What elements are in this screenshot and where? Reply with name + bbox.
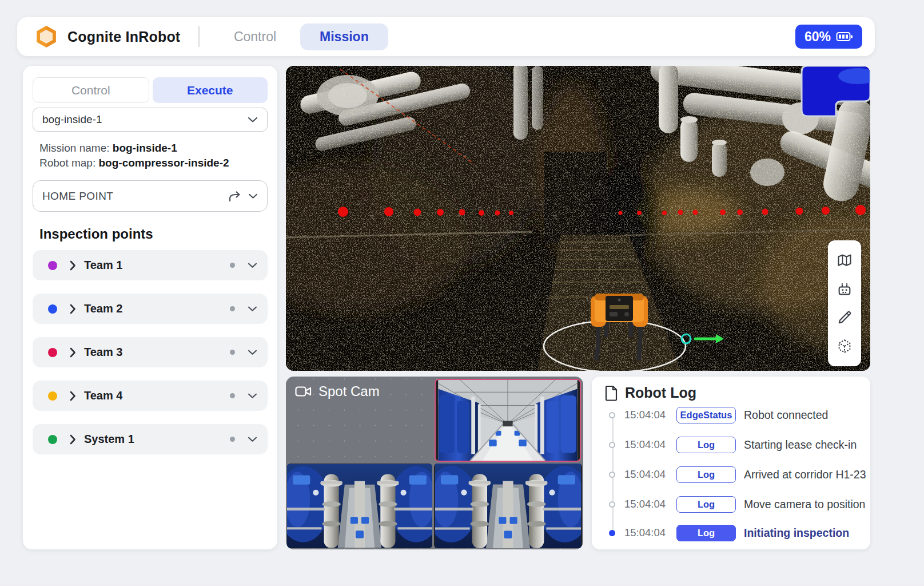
- chevron-right-icon[interactable]: [69, 391, 76, 401]
- log-time: 15:04:04: [624, 498, 666, 510]
- log-time: 15:04:04: [624, 526, 666, 539]
- cognite-logo-icon: [34, 25, 58, 49]
- mission-sidebar: Control Execute bog-inside-1 Mission nam…: [23, 66, 277, 549]
- status-dot: [230, 263, 235, 268]
- timeline-node: [609, 472, 615, 478]
- chevron-right-icon[interactable]: [69, 434, 76, 445]
- log-message-active: Initiating inspection: [744, 526, 849, 540]
- app-title: Cognite InRobot: [67, 29, 180, 45]
- chevron-right-icon[interactable]: [69, 260, 76, 271]
- chevron-right-icon[interactable]: [69, 347, 76, 358]
- chevron-down-icon[interactable]: [248, 193, 258, 199]
- group-color-dot: [48, 304, 57, 314]
- tab-mission[interactable]: Mission: [300, 23, 388, 50]
- tab-control[interactable]: Control: [234, 29, 276, 45]
- status-dot: [230, 393, 235, 398]
- log-badge-active: Log: [676, 525, 736, 541]
- status-dot: [230, 350, 235, 355]
- status-dot: [230, 437, 235, 442]
- group-color-dot: [48, 261, 57, 270]
- viewport-toolbar: [828, 240, 861, 366]
- log-badge: Log: [676, 466, 736, 483]
- chevron-down-icon[interactable]: [248, 262, 257, 268]
- log-time: 15:04:04: [624, 409, 666, 421]
- pointcloud-icon[interactable]: [830, 332, 859, 361]
- battery-percent: 60%: [804, 29, 831, 45]
- camera-feed-left[interactable]: [287, 464, 432, 548]
- camera-feed-right[interactable]: [434, 464, 582, 548]
- pointcloud-viewport[interactable]: [286, 66, 870, 371]
- log-badge: Log: [676, 437, 736, 453]
- log-message: Starting lease check-in: [744, 438, 857, 452]
- battery-icon: [836, 31, 853, 42]
- spot-cam-title: Spot Cam: [318, 383, 380, 399]
- execute-mode-button[interactable]: Execute: [153, 77, 268, 103]
- document-icon: [604, 385, 618, 401]
- mission-select-value: bog-inside-1: [42, 113, 102, 126]
- inspection-group-team3[interactable]: Team 3: [33, 337, 268, 367]
- chevron-right-icon[interactable]: [69, 304, 76, 314]
- mode-toggle: Control Execute: [33, 77, 268, 103]
- group-color-dot: [48, 348, 57, 357]
- robot-map-label: Robot map:: [39, 157, 95, 169]
- mission-name-label: Mission name:: [39, 142, 110, 154]
- log-entry: 15:04:04 Log Move camera to position: [592, 496, 870, 513]
- log-badge: EdgeStatus: [676, 407, 736, 423]
- log-entry: 15:04:04 EdgeStatus Robot connected: [592, 406, 870, 423]
- log-message: Arrived at corridor H1-23: [744, 468, 866, 481]
- timeline-node: [609, 442, 615, 448]
- chevron-down-icon: [248, 116, 258, 123]
- robot-log-panel: Robot Log 15:04:04 EdgeStatus Robot conn…: [592, 377, 870, 549]
- log-badge: Log: [676, 496, 736, 513]
- camera-feed-selected[interactable]: [435, 379, 581, 462]
- robot-log-header: Robot Log: [604, 385, 696, 401]
- robot-map-value: bog-compressor-inside-2: [99, 157, 229, 169]
- chevron-down-icon[interactable]: [248, 349, 257, 355]
- log-time: 15:04:04: [624, 438, 666, 451]
- chevron-down-icon[interactable]: [248, 436, 257, 442]
- timeline-node: [609, 501, 615, 508]
- inspection-group-team2[interactable]: Team 2: [33, 294, 268, 324]
- group-label: Team 1: [84, 259, 122, 272]
- battery-badge: 60%: [795, 25, 862, 49]
- log-message: Robot connected: [744, 409, 828, 422]
- spot-cam-panel: Spot Cam: [286, 377, 583, 549]
- log-entry-active: 15:04:04 Log Initiating inspection: [592, 524, 870, 541]
- group-label: Team 2: [84, 302, 122, 315]
- go-to-arrow-icon[interactable]: [228, 190, 242, 203]
- map-icon[interactable]: [830, 246, 859, 275]
- group-color-dot: [48, 435, 57, 444]
- pointcloud-scene[interactable]: [286, 66, 870, 371]
- inspection-points-heading: Inspection points: [39, 226, 153, 242]
- log-time: 15:04:04: [624, 468, 666, 481]
- timeline-node-active: [609, 530, 615, 536]
- group-label: Team 4: [84, 389, 122, 402]
- log-entry: 15:04:04 Log Starting lease check-in: [592, 436, 870, 453]
- timeline-node: [609, 412, 615, 418]
- divider: [198, 26, 200, 47]
- group-label: System 1: [84, 433, 134, 446]
- control-mode-button[interactable]: Control: [33, 77, 149, 103]
- log-message: Move camera to position: [744, 498, 865, 511]
- log-entry: 15:04:04 Log Arrived at corridor H1-23: [592, 466, 870, 483]
- inspection-group-system1[interactable]: System 1: [33, 424, 268, 454]
- robot-icon[interactable]: [830, 275, 859, 303]
- inspection-group-team4[interactable]: Team 4: [33, 381, 268, 411]
- group-label: Team 3: [84, 346, 122, 359]
- mission-select[interactable]: bog-inside-1: [33, 108, 268, 132]
- mission-info: Mission name: bog-inside-1 Robot map: bo…: [39, 141, 229, 171]
- robot-log-title: Robot Log: [625, 385, 696, 401]
- status-dot: [230, 306, 235, 311]
- pen-icon[interactable]: [830, 303, 859, 332]
- home-point-label: HOME POINT: [42, 190, 113, 203]
- mission-name-value: bog-inside-1: [113, 142, 177, 154]
- chevron-down-icon[interactable]: [248, 306, 257, 312]
- inspection-group-team1[interactable]: Team 1: [33, 250, 268, 280]
- spot-cam-header: Spot Cam: [295, 383, 380, 399]
- video-camera-icon: [295, 385, 312, 398]
- home-point-row[interactable]: HOME POINT: [33, 180, 268, 212]
- chevron-down-icon[interactable]: [248, 393, 257, 399]
- group-color-dot: [48, 391, 57, 401]
- top-bar: Cognite InRobot Control Mission 60%: [17, 17, 875, 56]
